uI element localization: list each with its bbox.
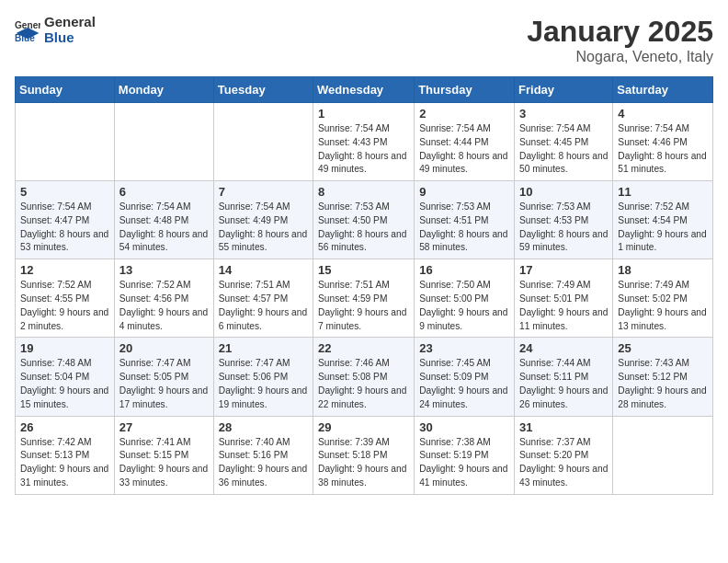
calendar-cell: 13Sunrise: 7:52 AMSunset: 4:56 PMDayligh… xyxy=(114,259,213,338)
calendar-cell: 19Sunrise: 7:48 AMSunset: 5:04 PMDayligh… xyxy=(16,338,115,416)
calendar-cell: 16Sunrise: 7:50 AMSunset: 5:00 PMDayligh… xyxy=(415,259,515,338)
day-info: Sunrise: 7:42 AMSunset: 5:13 PMDaylight:… xyxy=(20,436,109,490)
logo-general-text: General xyxy=(44,15,96,30)
calendar-cell: 4Sunrise: 7:54 AMSunset: 4:46 PMDaylight… xyxy=(613,103,713,181)
day-number: 7 xyxy=(219,185,308,199)
day-info: Sunrise: 7:51 AMSunset: 4:57 PMDaylight:… xyxy=(219,279,308,333)
month-title: January 2025 xyxy=(527,15,713,49)
day-info: Sunrise: 7:54 AMSunset: 4:46 PMDaylight:… xyxy=(618,122,708,177)
day-number: 19 xyxy=(20,341,109,355)
day-number: 23 xyxy=(419,341,509,355)
day-info: Sunrise: 7:47 AMSunset: 5:06 PMDaylight:… xyxy=(219,357,308,411)
calendar-cell: 21Sunrise: 7:47 AMSunset: 5:06 PMDayligh… xyxy=(213,338,313,416)
day-info: Sunrise: 7:41 AMSunset: 5:15 PMDaylight:… xyxy=(119,436,209,490)
calendar-cell: 10Sunrise: 7:53 AMSunset: 4:53 PMDayligh… xyxy=(515,181,613,259)
day-info: Sunrise: 7:43 AMSunset: 5:12 PMDaylight:… xyxy=(618,357,708,411)
day-info: Sunrise: 7:54 AMSunset: 4:44 PMDaylight:… xyxy=(419,122,509,177)
day-number: 20 xyxy=(119,341,209,355)
day-number: 12 xyxy=(20,263,109,277)
day-number: 13 xyxy=(119,263,209,277)
page-header: General Blue General Blue January 2025 N… xyxy=(15,15,713,65)
day-number: 4 xyxy=(618,107,708,121)
day-info: Sunrise: 7:49 AMSunset: 5:01 PMDaylight:… xyxy=(519,279,608,333)
calendar-cell: 31Sunrise: 7:37 AMSunset: 5:20 PMDayligh… xyxy=(515,416,613,494)
day-info: Sunrise: 7:38 AMSunset: 5:19 PMDaylight:… xyxy=(419,436,509,490)
day-number: 9 xyxy=(419,185,509,199)
week-row-3: 12Sunrise: 7:52 AMSunset: 4:55 PMDayligh… xyxy=(16,259,713,338)
calendar-cell: 23Sunrise: 7:45 AMSunset: 5:09 PMDayligh… xyxy=(415,338,515,416)
calendar-cell: 11Sunrise: 7:52 AMSunset: 4:54 PMDayligh… xyxy=(613,181,713,259)
day-number: 8 xyxy=(318,185,409,199)
day-number: 14 xyxy=(219,263,308,277)
logo-icon: General Blue xyxy=(15,17,40,43)
week-row-4: 19Sunrise: 7:48 AMSunset: 5:04 PMDayligh… xyxy=(16,338,713,416)
day-info: Sunrise: 7:54 AMSunset: 4:43 PMDaylight:… xyxy=(318,122,409,177)
week-row-2: 5Sunrise: 7:54 AMSunset: 4:47 PMDaylight… xyxy=(16,181,713,259)
week-row-1: 1Sunrise: 7:54 AMSunset: 4:43 PMDaylight… xyxy=(16,103,713,181)
day-number: 29 xyxy=(318,420,409,434)
day-info: Sunrise: 7:45 AMSunset: 5:09 PMDaylight:… xyxy=(419,357,509,411)
day-number: 15 xyxy=(318,263,409,277)
calendar-cell: 18Sunrise: 7:49 AMSunset: 5:02 PMDayligh… xyxy=(613,259,713,338)
calendar-cell: 6Sunrise: 7:54 AMSunset: 4:48 PMDaylight… xyxy=(114,181,213,259)
day-info: Sunrise: 7:53 AMSunset: 4:50 PMDaylight:… xyxy=(318,201,409,255)
day-info: Sunrise: 7:54 AMSunset: 4:45 PMDaylight:… xyxy=(519,122,608,177)
weekday-header-saturday: Saturday xyxy=(613,77,713,103)
logo: General Blue General Blue xyxy=(15,15,96,45)
calendar-cell: 30Sunrise: 7:38 AMSunset: 5:19 PMDayligh… xyxy=(415,416,515,494)
calendar-cell: 29Sunrise: 7:39 AMSunset: 5:18 PMDayligh… xyxy=(313,416,415,494)
weekday-header-tuesday: Tuesday xyxy=(213,77,313,103)
weekday-header-row: SundayMondayTuesdayWednesdayThursdayFrid… xyxy=(16,77,713,103)
calendar-cell xyxy=(613,416,713,494)
calendar-cell: 7Sunrise: 7:54 AMSunset: 4:49 PMDaylight… xyxy=(213,181,313,259)
day-info: Sunrise: 7:49 AMSunset: 5:02 PMDaylight:… xyxy=(618,279,708,333)
svg-text:Blue: Blue xyxy=(15,33,35,43)
day-info: Sunrise: 7:52 AMSunset: 4:54 PMDaylight:… xyxy=(618,201,708,255)
calendar-cell: 20Sunrise: 7:47 AMSunset: 5:05 PMDayligh… xyxy=(114,338,213,416)
day-info: Sunrise: 7:37 AMSunset: 5:20 PMDaylight:… xyxy=(519,436,608,490)
title-block: January 2025 Nogara, Veneto, Italy xyxy=(527,15,713,65)
day-number: 22 xyxy=(318,341,409,355)
day-number: 31 xyxy=(519,420,608,434)
day-info: Sunrise: 7:53 AMSunset: 4:53 PMDaylight:… xyxy=(519,201,608,255)
day-info: Sunrise: 7:48 AMSunset: 5:04 PMDaylight:… xyxy=(20,357,109,411)
calendar-cell: 2Sunrise: 7:54 AMSunset: 4:44 PMDaylight… xyxy=(415,103,515,181)
day-info: Sunrise: 7:46 AMSunset: 5:08 PMDaylight:… xyxy=(318,357,409,411)
day-number: 1 xyxy=(318,107,409,121)
day-number: 3 xyxy=(519,107,608,121)
calendar-cell: 22Sunrise: 7:46 AMSunset: 5:08 PMDayligh… xyxy=(313,338,415,416)
weekday-header-thursday: Thursday xyxy=(415,77,515,103)
weekday-header-sunday: Sunday xyxy=(16,77,115,103)
day-number: 10 xyxy=(519,185,608,199)
location-title: Nogara, Veneto, Italy xyxy=(527,49,713,65)
day-number: 2 xyxy=(419,107,509,121)
day-number: 5 xyxy=(20,185,109,199)
calendar-cell: 17Sunrise: 7:49 AMSunset: 5:01 PMDayligh… xyxy=(515,259,613,338)
day-info: Sunrise: 7:52 AMSunset: 4:56 PMDaylight:… xyxy=(119,279,209,333)
day-number: 24 xyxy=(519,341,608,355)
day-number: 26 xyxy=(20,420,109,434)
calendar-cell: 26Sunrise: 7:42 AMSunset: 5:13 PMDayligh… xyxy=(16,416,115,494)
day-info: Sunrise: 7:53 AMSunset: 4:51 PMDaylight:… xyxy=(419,201,509,255)
calendar-cell: 1Sunrise: 7:54 AMSunset: 4:43 PMDaylight… xyxy=(313,103,415,181)
day-number: 30 xyxy=(419,420,509,434)
day-number: 17 xyxy=(519,263,608,277)
weekday-header-monday: Monday xyxy=(114,77,213,103)
day-info: Sunrise: 7:40 AMSunset: 5:16 PMDaylight:… xyxy=(219,436,308,490)
day-info: Sunrise: 7:39 AMSunset: 5:18 PMDaylight:… xyxy=(318,436,409,490)
weekday-header-friday: Friday xyxy=(515,77,613,103)
day-number: 16 xyxy=(419,263,509,277)
logo-blue-text: Blue xyxy=(44,30,96,46)
calendar-cell xyxy=(114,103,213,181)
day-info: Sunrise: 7:54 AMSunset: 4:48 PMDaylight:… xyxy=(119,201,209,255)
day-number: 18 xyxy=(618,263,708,277)
calendar-table: SundayMondayTuesdayWednesdayThursdayFrid… xyxy=(15,76,713,495)
calendar-cell: 5Sunrise: 7:54 AMSunset: 4:47 PMDaylight… xyxy=(16,181,115,259)
calendar-cell: 27Sunrise: 7:41 AMSunset: 5:15 PMDayligh… xyxy=(114,416,213,494)
calendar-cell: 12Sunrise: 7:52 AMSunset: 4:55 PMDayligh… xyxy=(16,259,115,338)
day-number: 28 xyxy=(219,420,308,434)
week-row-5: 26Sunrise: 7:42 AMSunset: 5:13 PMDayligh… xyxy=(16,416,713,494)
calendar-cell: 9Sunrise: 7:53 AMSunset: 4:51 PMDaylight… xyxy=(415,181,515,259)
day-number: 27 xyxy=(119,420,209,434)
day-info: Sunrise: 7:54 AMSunset: 4:49 PMDaylight:… xyxy=(219,201,308,255)
